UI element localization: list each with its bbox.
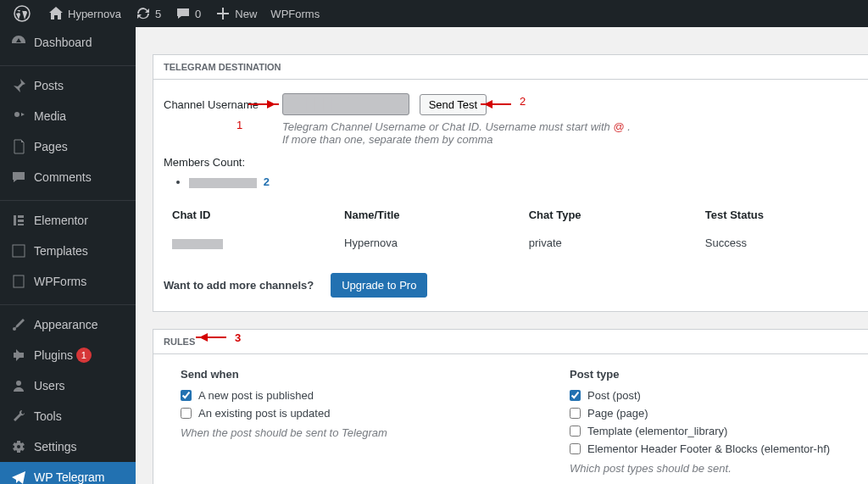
checkbox-elementor-hf[interactable] <box>570 443 581 454</box>
th-chat-type: Chat Type <box>522 203 697 226</box>
sidebar-item-settings[interactable]: Settings <box>0 431 136 462</box>
td-name-title: Hypernova <box>337 228 520 258</box>
sidebar-item-media[interactable]: Media <box>0 101 136 131</box>
sidebar-item-label: Comments <box>34 170 92 184</box>
sidebar-item-label: Plugins <box>34 348 73 362</box>
checkbox-new-post[interactable] <box>181 390 192 401</box>
td-test-status: Success <box>698 228 868 258</box>
check-page[interactable]: Page (page) <box>570 407 868 420</box>
sidebar-item-wpforms[interactable]: WPForms <box>0 266 136 297</box>
sidebar-item-label: Users <box>34 379 65 392</box>
svg-point-9 <box>16 381 21 386</box>
telegram-destination-box: TELEGRAM DESTINATION Channel Username Se… <box>153 54 868 312</box>
sidebar-item-dashboard[interactable]: Dashboard <box>0 27 136 58</box>
admin-sidebar: Dashboard Posts Media Pages Comments Ele… <box>0 27 136 484</box>
new-link-label: New <box>235 8 257 20</box>
site-name-text: Hypernova <box>68 8 121 20</box>
admin-bar: Hypernova 5 0 New WPForms <box>0 0 868 27</box>
svg-point-1 <box>14 112 19 117</box>
table-row: Hypernova private Success <box>165 228 868 258</box>
checkbox-existing-post[interactable] <box>181 408 192 419</box>
templates-icon <box>10 242 27 259</box>
updates-icon <box>135 5 152 22</box>
sidebar-item-appearance[interactable]: Appearance <box>0 309 136 340</box>
sidebar-item-plugins[interactable]: Plugins 1 <box>0 340 136 370</box>
svg-rect-4 <box>18 220 24 222</box>
upgrade-to-pro-button[interactable]: Upgrade to Pro <box>331 273 427 298</box>
svg-rect-3 <box>18 215 24 218</box>
check-elementor-hf[interactable]: Elementor Header Footer & Blocks (elemen… <box>570 442 868 455</box>
menu-separator <box>0 62 136 66</box>
annotation-number-3: 3 <box>235 331 241 344</box>
sidebar-item-label: WP Telegram <box>34 470 105 484</box>
sidebar-item-label: Media <box>34 109 66 123</box>
sidebar-item-label: Pages <box>34 140 68 153</box>
rules-header: RULES 3 <box>153 330 868 354</box>
check-existing-post[interactable]: An existing post is updated <box>181 407 502 420</box>
sidebar-item-pages[interactable]: Pages <box>0 131 136 162</box>
post-type-title: Post type <box>570 368 868 381</box>
checkbox-page[interactable] <box>570 408 581 419</box>
post-type-column: Post type Post (post) Page (page) Templa… <box>570 368 868 475</box>
sidebar-item-tools[interactable]: Tools <box>0 401 136 431</box>
comments-link[interactable]: 0 <box>168 5 208 22</box>
checkbox-post[interactable] <box>570 390 581 401</box>
annotation-number-1: 1 <box>236 119 242 131</box>
sidebar-item-elementor[interactable]: Elementor <box>0 205 136 236</box>
sidebar-item-label: Posts <box>34 79 64 92</box>
annotation-number-2: 2 <box>520 95 526 108</box>
tools-icon <box>10 408 27 425</box>
upgrade-text: Want to add more channels? <box>164 279 314 292</box>
sidebar-item-comments[interactable]: Comments <box>0 162 136 192</box>
sidebar-item-label: Elementor <box>34 214 88 227</box>
telegram-icon <box>10 469 27 484</box>
wpforms-link[interactable]: WPForms <box>264 8 326 20</box>
members-list: 2 <box>164 175 868 188</box>
updates-link[interactable]: 5 <box>128 5 168 22</box>
settings-icon <box>10 438 27 455</box>
th-test-status: Test Status <box>698 203 868 226</box>
check-template[interactable]: Template (elementor_library) <box>570 425 868 437</box>
home-icon <box>47 5 64 22</box>
annotation-arrow-3 <box>196 337 226 338</box>
sidebar-item-label: WPForms <box>34 275 86 288</box>
redacted-chat-id <box>172 239 223 249</box>
check-new-post[interactable]: A new post is published <box>181 389 502 402</box>
wpforms-label: WPForms <box>270 8 320 20</box>
send-test-button[interactable]: Send Test <box>420 94 487 115</box>
comment-icon <box>10 169 27 186</box>
sidebar-item-wp-telegram[interactable]: WP Telegram <box>0 462 136 484</box>
site-name-link[interactable]: Hypernova <box>41 5 128 22</box>
check-post[interactable]: Post (post) <box>570 389 868 402</box>
telegram-destination-header: TELEGRAM DESTINATION <box>153 55 868 80</box>
media-icon <box>10 108 27 125</box>
checkbox-template[interactable] <box>570 426 581 437</box>
member-item: 2 <box>189 175 868 188</box>
redacted-member-name <box>189 178 257 188</box>
post-type-help: Which post types should be sent. <box>570 462 868 475</box>
sidebar-item-templates[interactable]: Templates <box>0 236 136 266</box>
th-chat-id: Chat ID <box>165 203 336 226</box>
sidebar-item-users[interactable]: Users <box>0 370 136 401</box>
svg-rect-5 <box>18 224 24 225</box>
members-count-label: Members Count: <box>164 156 868 169</box>
annotation-arrow-1 <box>248 103 279 105</box>
sidebar-item-label: Templates <box>34 244 88 258</box>
sidebar-item-posts[interactable]: Posts <box>0 70 136 101</box>
sidebar-item-label: Settings <box>34 440 77 453</box>
rules-box: RULES 3 Send when A new post is publishe… <box>153 329 868 484</box>
channel-help-text: Telegram Channel Username or Chat ID. Us… <box>282 120 868 146</box>
plus-icon <box>214 5 231 22</box>
wp-logo[interactable] <box>7 5 41 22</box>
new-content-link[interactable]: New <box>208 5 264 22</box>
plugin-badge: 1 <box>76 348 92 363</box>
user-icon <box>10 377 27 394</box>
sidebar-item-label: Appearance <box>34 318 98 331</box>
td-chat-id <box>165 228 336 258</box>
main-content: TELEGRAM DESTINATION Channel Username Se… <box>136 54 868 484</box>
send-when-column: Send when A new post is published An exi… <box>181 368 502 475</box>
svg-point-10 <box>17 445 20 448</box>
plugin-icon <box>10 347 27 364</box>
channel-username-input[interactable] <box>282 93 409 115</box>
svg-rect-7 <box>14 275 24 287</box>
